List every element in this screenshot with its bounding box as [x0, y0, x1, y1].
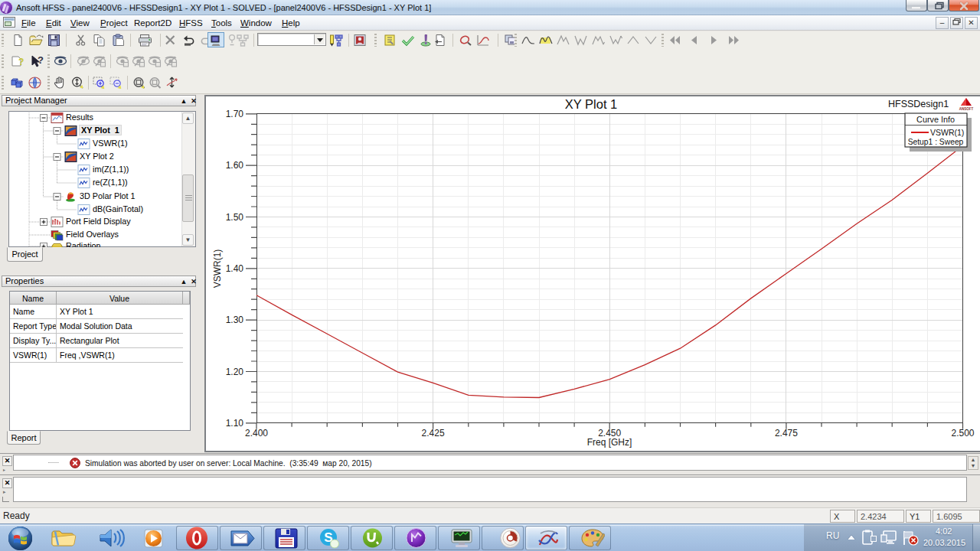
svg-text:Freq [GHz]: Freq [GHz] — [587, 437, 632, 448]
svg-text:1.10: 1.10 — [226, 418, 244, 429]
svg-text:VSWR(1): VSWR(1) — [212, 249, 223, 289]
svg-text:1.50: 1.50 — [226, 212, 244, 223]
svg-text:1.70: 1.70 — [226, 109, 244, 119]
svg-text:1.40: 1.40 — [226, 263, 244, 274]
svg-text:2.500: 2.500 — [951, 428, 974, 439]
svg-text:1.30: 1.30 — [226, 315, 244, 325]
svg-text:2.475: 2.475 — [775, 428, 798, 439]
svg-text:2.425: 2.425 — [422, 428, 445, 439]
svg-text:ANSOFT: ANSOFT — [959, 107, 974, 111]
svg-text:2.400: 2.400 — [245, 428, 268, 439]
svg-text:1.20: 1.20 — [226, 367, 244, 377]
svg-text:?: ? — [18, 57, 24, 67]
svg-text:Setup1 : Sweep: Setup1 : Sweep — [908, 138, 964, 146]
svg-text:VSWR(1): VSWR(1) — [930, 128, 964, 137]
svg-text:1.60: 1.60 — [226, 160, 244, 171]
svg-text:?: ? — [38, 54, 44, 66]
svg-text:HFSSDesign1: HFSSDesign1 — [888, 99, 949, 109]
svg-text:XY Plot 1: XY Plot 1 — [565, 97, 618, 111]
svg-text:Curve Info: Curve Info — [916, 115, 955, 124]
